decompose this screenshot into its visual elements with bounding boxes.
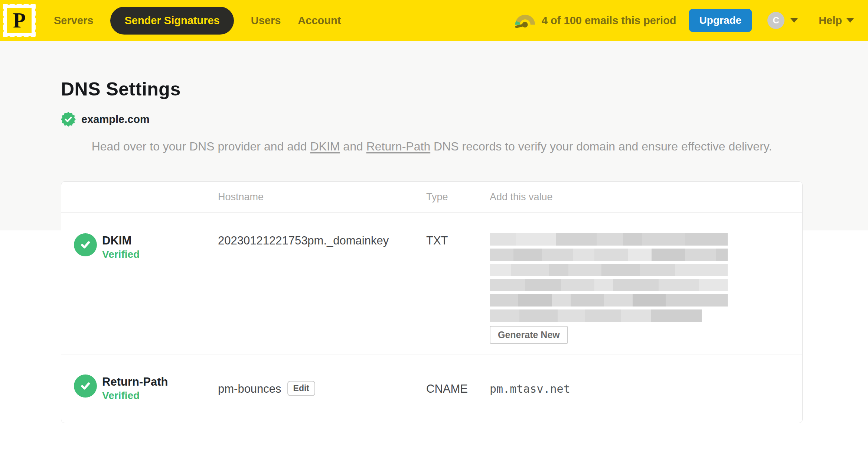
record-name: DKIM: [102, 234, 140, 247]
chevron-down-icon: [846, 18, 854, 23]
redacted-value-bar: [490, 309, 702, 322]
nav-right-group: 4 of 100 emails this period Upgrade C He…: [514, 9, 854, 32]
return-path-hostname-cell: pm-bounces Edit: [218, 382, 426, 396]
intro-part2: and: [340, 140, 366, 153]
header-type: Type: [426, 191, 490, 203]
intro-part3: DNS records to verify your domain and en…: [430, 140, 772, 153]
gauge-icon: [514, 13, 536, 28]
dkim-type: TXT: [426, 213, 490, 354]
nav-item-servers[interactable]: Servers: [54, 14, 93, 27]
dns-records-table: Hostname Type Add this value DKIM Verifi…: [61, 181, 803, 423]
page-title: DNS Settings: [61, 78, 868, 100]
intro-part1: Head over to your DNS provider and add: [92, 140, 310, 153]
main-area: DNS Settings example.com Head over to yo…: [0, 41, 868, 454]
generate-new-button[interactable]: Generate New: [490, 326, 568, 344]
postmark-logo-letter: P: [7, 8, 32, 33]
usage-meter: 4 of 100 emails this period: [514, 13, 676, 28]
chevron-down-icon: [790, 18, 798, 23]
dkim-value-cell: Generate New: [490, 213, 802, 354]
return-path-type: CNAME: [426, 382, 490, 396]
intro-text: Head over to your DNS provider and add D…: [61, 137, 803, 155]
verified-check-icon: [74, 233, 97, 256]
status-badge: Verified: [102, 247, 140, 262]
dkim-status-cell: DKIM Verified: [61, 213, 218, 354]
redacted-value-bar: [490, 264, 728, 276]
return-path-link[interactable]: Return-Path: [366, 140, 431, 153]
postmark-logo[interactable]: P: [3, 4, 36, 37]
edit-button[interactable]: Edit: [287, 381, 315, 396]
domain-name: example.com: [81, 113, 150, 126]
dkim-hostname: 20230121221753pm._domainkey: [218, 213, 426, 354]
nav-item-sender-signatures[interactable]: Sender Signatures: [110, 7, 234, 35]
help-label: Help: [819, 14, 842, 27]
return-path-value: pm.mtasv.net: [490, 382, 802, 395]
redacted-value-bar: [490, 233, 728, 246]
account-menu[interactable]: C: [767, 12, 798, 29]
redacted-value-bar: [490, 279, 728, 291]
table-row-dkim: DKIM Verified 20230121221753pm._domainke…: [61, 213, 802, 354]
nav-item-account[interactable]: Account: [298, 14, 341, 27]
redacted-value-bar: [490, 249, 728, 261]
header-hostname: Hostname: [218, 191, 426, 203]
redacted-value-bar: [490, 294, 728, 307]
record-name: Return-Path: [102, 375, 168, 389]
avatar[interactable]: C: [767, 12, 784, 29]
verified-domain: example.com: [61, 111, 868, 128]
return-path-status-cell: Return-Path Verified: [61, 374, 218, 403]
top-nav: P Servers Sender Signatures Users Accoun…: [0, 0, 868, 41]
usage-text: 4 of 100 emails this period: [542, 14, 676, 27]
header-add-this-value: Add this value: [490, 191, 802, 203]
table-row-return-path: Return-Path Verified pm-bounces Edit CNA…: [61, 354, 802, 423]
status-badge: Verified: [102, 389, 168, 403]
nav-item-users[interactable]: Users: [251, 14, 281, 27]
return-path-hostname: pm-bounces: [218, 382, 281, 396]
upgrade-button[interactable]: Upgrade: [689, 9, 752, 32]
verified-seal-icon: [61, 112, 76, 127]
dkim-link[interactable]: DKIM: [310, 140, 340, 153]
help-menu[interactable]: Help: [819, 14, 854, 27]
verified-check-icon: [74, 374, 97, 398]
table-header-row: Hostname Type Add this value: [61, 182, 802, 213]
